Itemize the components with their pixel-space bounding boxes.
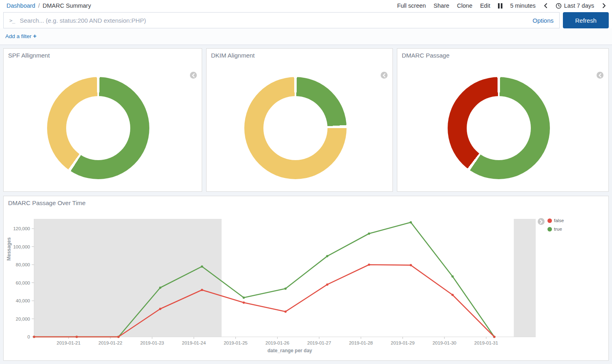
x-tick-label: 2019-01-25: [224, 340, 248, 345]
options-link[interactable]: Options: [532, 17, 554, 24]
spf-alignment-donut-chart[interactable]: [47, 77, 149, 179]
data-point-true[interactable]: [409, 221, 412, 224]
data-point-true[interactable]: [243, 296, 245, 299]
y-tick-label: 0: [28, 334, 30, 339]
data-point-true[interactable]: [326, 255, 329, 257]
panel-title: DMARC Passage: [402, 52, 450, 59]
add-filter-button[interactable]: Add a filter +: [5, 33, 37, 39]
x-tick-label: 2019-01-22: [98, 340, 122, 345]
query-bar: >_ Search... (e.g. status:200 AND extens…: [0, 11, 612, 28]
share-button[interactable]: Share: [433, 2, 449, 9]
breadcrumb: Dashboard / DMARC Summary: [6, 2, 91, 9]
legend-toggle-button[interactable]: [190, 72, 197, 79]
data-point-false[interactable]: [75, 336, 78, 338]
search-input[interactable]: >_ Search... (e.g. status:200 AND extens…: [3, 12, 560, 28]
data-point-false[interactable]: [284, 310, 287, 313]
panel-spf-alignment: SPF Allignment: [3, 48, 202, 192]
data-point-true[interactable]: [368, 232, 371, 235]
chevron-left-icon[interactable]: [543, 3, 548, 9]
edit-button[interactable]: Edit: [480, 2, 490, 9]
legend-label: true: [554, 227, 562, 231]
y-axis-title: Messages: [6, 255, 12, 261]
breadcrumb-dashboard-link[interactable]: Dashboard: [6, 2, 35, 9]
panel-dkim-alignment: DKIM Alignment: [206, 48, 393, 192]
y-tick-label: 120,000: [13, 226, 30, 231]
data-point-false[interactable]: [33, 336, 35, 338]
legend-dot-false: [547, 218, 552, 223]
data-point-false[interactable]: [159, 308, 162, 310]
plus-icon: +: [33, 32, 37, 39]
clone-button[interactable]: Clone: [457, 2, 472, 9]
dashboard-grid: SPF Allignment DKIM Alignment DMARC Pass…: [0, 45, 612, 364]
data-point-false[interactable]: [451, 294, 454, 296]
data-point-true[interactable]: [284, 287, 287, 290]
dmarc-over-time-line-chart[interactable]: 020,00040,00060,00080,000100,000120,0002…: [4, 196, 608, 360]
data-point-true[interactable]: [201, 266, 203, 268]
panel-row-bottom: DMARC Passage Over Time 020,00040,00060,…: [3, 196, 609, 361]
x-tick-label: 2019-01-28: [349, 340, 373, 345]
pause-icon[interactable]: [498, 3, 502, 9]
time-picker-button[interactable]: Last 7 days: [556, 2, 594, 9]
full-screen-button[interactable]: Full screen: [397, 2, 426, 9]
refresh-button[interactable]: Refresh: [563, 12, 609, 28]
filter-bar: Add a filter +: [0, 28, 612, 45]
panel-dmarc-passage-over-time: DMARC Passage Over Time 020,00040,00060,…: [3, 196, 609, 361]
top-nav-menu: Full screen Share Clone Edit 5 minutes L…: [397, 2, 606, 9]
chevron-right-icon[interactable]: [602, 3, 606, 9]
data-point-false[interactable]: [326, 283, 329, 286]
x-tick-label: 2019-01-26: [265, 340, 289, 345]
data-point-false[interactable]: [409, 264, 412, 266]
y-tick-label: 40,000: [16, 298, 30, 303]
x-tick-label: 2019-01-23: [140, 340, 164, 345]
panel-title: DKIM Alignment: [211, 52, 255, 59]
chevron-right-icon: [539, 220, 543, 224]
legend-label: false: [554, 218, 564, 223]
console-prompt-icon: >_: [9, 17, 15, 24]
breadcrumb-separator: /: [38, 2, 40, 9]
legend-toggle-button[interactable]: [381, 72, 388, 79]
y-tick-label: 60,000: [16, 280, 30, 285]
top-nav-bar: Dashboard / DMARC Summary Full screen Sh…: [0, 0, 612, 11]
chart-legend: false true: [547, 218, 564, 231]
time-filter-shading: [514, 219, 536, 337]
data-point-true[interactable]: [451, 275, 454, 278]
legend-item-false[interactable]: false: [547, 218, 564, 223]
x-tick-label: 2019-01-21: [57, 340, 81, 345]
x-tick-label: 2019-01-31: [474, 340, 498, 345]
dmarc-passage-donut-chart[interactable]: [448, 77, 550, 179]
y-tick-label: 100,000: [13, 244, 30, 249]
x-tick-label: 2019-01-30: [433, 340, 457, 345]
x-tick-label: 2019-01-27: [307, 340, 331, 345]
refresh-interval-button[interactable]: 5 minutes: [510, 2, 536, 9]
chevron-left-icon: [598, 73, 602, 77]
data-point-true[interactable]: [159, 287, 162, 289]
dkim-alignment-donut-chart[interactable]: [244, 77, 347, 179]
chevron-left-icon: [192, 73, 195, 77]
clock-icon: [556, 3, 562, 9]
data-point-false[interactable]: [243, 302, 245, 304]
legend-item-true[interactable]: true: [547, 227, 564, 231]
panel-title: SPF Allignment: [8, 52, 50, 59]
time-filter-shading: [34, 219, 222, 337]
search-placeholder: Search... (e.g. status:200 AND extension…: [20, 17, 526, 24]
y-tick-label: 80,000: [16, 262, 30, 267]
panel-dmarc-passage: DMARC Passage: [397, 48, 609, 192]
page-title: DMARC Summary: [43, 2, 91, 9]
data-point-false[interactable]: [368, 263, 371, 266]
y-tick-label: 20,000: [16, 317, 30, 321]
x-tick-label: 2019-01-24: [182, 340, 206, 345]
data-point-false[interactable]: [201, 289, 203, 291]
x-tick-label: 2019-01-29: [391, 340, 415, 345]
legend-dot-true: [547, 227, 552, 231]
legend-toggle-button[interactable]: [597, 72, 603, 79]
panel-row-top: SPF Allignment DKIM Alignment DMARC Pass…: [3, 48, 609, 192]
x-axis-title: date_range per day: [4, 348, 576, 353]
legend-toggle-button[interactable]: [538, 218, 545, 225]
chevron-left-icon: [382, 73, 386, 77]
data-point-false[interactable]: [117, 336, 120, 338]
data-point-false[interactable]: [493, 336, 496, 338]
